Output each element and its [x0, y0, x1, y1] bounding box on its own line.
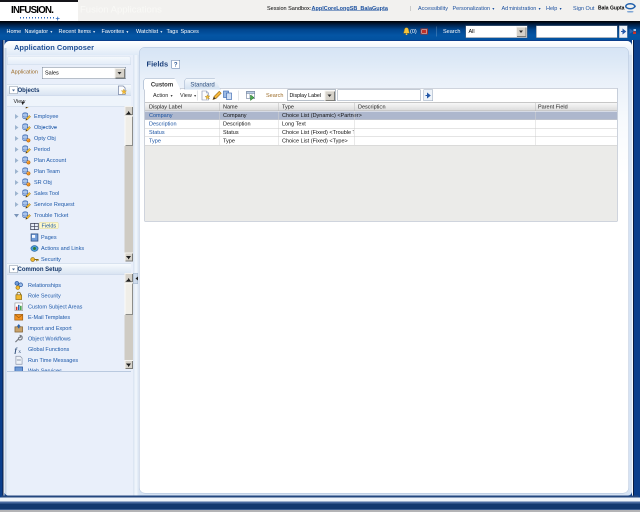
svg-text:x: x: [18, 348, 21, 354]
